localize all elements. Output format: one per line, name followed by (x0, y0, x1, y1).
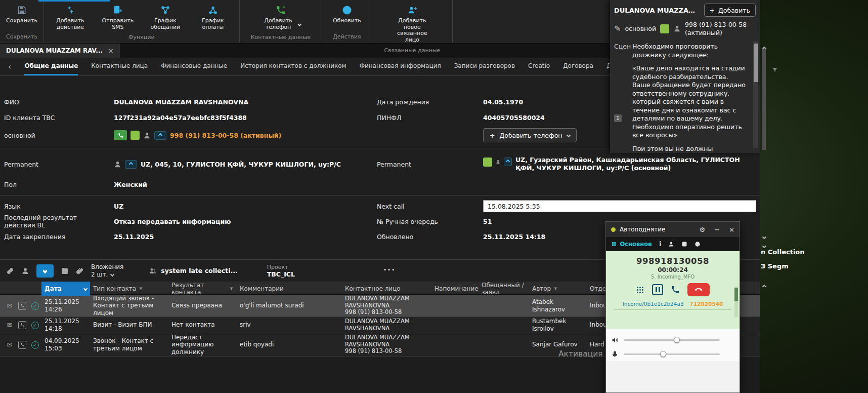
call-pane-scrollbar[interactable] (734, 287, 738, 317)
close-icon[interactable]: × (108, 47, 114, 55)
cell-result[interactable]: Передаст информацию должнику (168, 334, 237, 356)
cell-comment[interactable]: etib qoyadi (237, 341, 342, 348)
address-left-value[interactable]: UZ, 045, 10, ГУЛИСТОН ҚФЙ, ЧУКУР КИШЛОГИ… (141, 161, 341, 168)
cell-date[interactable]: 25.11.2025 14:26 (41, 298, 90, 313)
more-ellipsis[interactable]: ... (383, 263, 396, 272)
tab-contact-persons[interactable]: Контактные лица (91, 58, 148, 75)
gear-icon[interactable]: ⚙ (700, 226, 706, 233)
language-value[interactable]: UZ (114, 203, 377, 210)
add-phone-button[interactable]: Добавить телефон (257, 3, 304, 32)
tab-call-records[interactable]: Записи разговоров (454, 58, 515, 75)
assign-date-value[interactable]: 25.11.2025 (114, 233, 377, 241)
microphone-icon[interactable] (611, 350, 619, 358)
close-icon[interactable]: × (729, 226, 734, 233)
phone-square-icon[interactable] (18, 341, 26, 349)
phone-square-icon[interactable] (18, 321, 26, 329)
send-sms-button[interactable]: Отправить SMS (95, 3, 141, 32)
cell-type[interactable]: Входящий звонок - Контакт с третьим лицо… (90, 295, 168, 317)
next-call-input[interactable] (483, 200, 756, 212)
cell-comment[interactable]: o'g'li malumot suradi (237, 302, 342, 309)
fio-value[interactable]: DULANOVA MUAZZAM RAVSHANOVNA (114, 98, 377, 106)
promises-schedule-button[interactable]: График обещаний (142, 3, 189, 32)
calendar-icon[interactable] (61, 267, 69, 275)
hangup-button[interactable] (687, 283, 710, 296)
column-header-comments[interactable]: Комментарии (237, 282, 342, 296)
tab-main[interactable]: Основное (611, 241, 652, 248)
tab-creatio[interactable]: Creatio (528, 58, 550, 75)
speaker-icon[interactable] (611, 336, 619, 344)
cell-contact[interactable]: DULANOVA MUAZZAM RAVSHANOVNA 998 (91) 81… (342, 295, 431, 316)
scroll-down-arrow[interactable] (763, 231, 766, 241)
add-action-button[interactable]: Добавить действие (47, 3, 94, 32)
column-header-promised[interactable]: Обещанный / заявл (479, 282, 529, 296)
phone-value[interactable]: 998 (91) 813-00-58 (активный) (170, 132, 281, 139)
collapse-chevron-button[interactable] (504, 158, 512, 166)
transfer-phone-icon[interactable] (671, 285, 680, 294)
scroll-up-arrow[interactable] (763, 281, 766, 290)
cell-author[interactable]: Atabek Ishnazarov (529, 298, 587, 313)
tab-contact-history[interactable]: История контактов с должником (240, 58, 346, 75)
panel-add-button[interactable]: +Добавить (704, 4, 756, 17)
card-icon[interactable] (681, 241, 687, 247)
tab-financial-data[interactable]: Финансовые данные (161, 58, 227, 75)
scrollbar-thumb[interactable] (734, 288, 738, 301)
person-icon[interactable] (668, 241, 674, 247)
hold-pause-button[interactable] (652, 284, 663, 295)
cell-author[interactable]: Rustambek Isroilov (529, 318, 587, 332)
status-check-icon[interactable]: ✓ (31, 322, 39, 329)
panel-scrollbar[interactable] (753, 42, 758, 148)
collapse-chevron-button[interactable] (125, 160, 137, 169)
cell-date[interactable]: 25.11.2025 14:18 (41, 318, 90, 332)
column-header-author[interactable]: Автор (529, 282, 587, 296)
gender-value[interactable]: Женский (114, 181, 377, 188)
slider-thumb[interactable] (674, 337, 680, 343)
envelope-icon[interactable]: ✉ (3, 321, 16, 329)
record-tab[interactable]: DULANOVA MUAZZAM RAV... × (0, 44, 120, 58)
back-chevron-icon[interactable]: ‹ (8, 62, 11, 71)
tab-contracts[interactable]: Договора (563, 58, 593, 75)
cell-contact[interactable]: DULANOVA MUAZZAM RAVSHANOVNA 998 (91) 81… (342, 334, 431, 355)
person-icon[interactable] (21, 267, 29, 275)
status-check-icon[interactable]: ✓ (31, 302, 39, 310)
tab-general-data[interactable]: Общие данные (24, 58, 78, 75)
speaker-volume-slider[interactable] (624, 339, 720, 341)
column-header-type[interactable]: Тип контакта (90, 282, 168, 296)
slider-thumb[interactable] (660, 351, 666, 357)
collapse-chevron-button[interactable] (154, 131, 166, 140)
cell-comment[interactable]: sriv (237, 321, 342, 328)
owner-control[interactable]: system late collecti... (149, 267, 237, 275)
add-related-person-button[interactable]: Добавить новое связанное лицо (389, 3, 436, 46)
cell-type[interactable]: Визит - Визит БПИ (90, 321, 168, 328)
client-id-value[interactable]: 127f231a92a04e57a7eebfc83f5f4388 (114, 114, 377, 122)
add-phone-dropdown-button[interactable]: + Добавить телефон (483, 128, 577, 142)
filter-funnel-icon[interactable] (772, 67, 778, 73)
filter-funnel-icon[interactable] (229, 287, 234, 291)
cell-result[interactable]: Связь прервана (168, 302, 237, 309)
column-header-result[interactable]: Результат контакта (168, 282, 237, 296)
minimize-icon[interactable]: − (714, 226, 720, 233)
cell-type[interactable]: Звонок - Контакт с третьим лицом (90, 337, 168, 352)
clock-icon[interactable] (695, 241, 701, 247)
envelope-icon[interactable]: ✉ (3, 341, 16, 348)
column-header-date[interactable]: Дата (41, 282, 90, 296)
address-right-value[interactable]: UZ, Гузарский Район, Кашкадарьинская Обл… (515, 156, 753, 173)
envelope-icon[interactable]: ✉ (3, 302, 16, 309)
call-phone-button[interactable] (114, 130, 127, 140)
expand-panel-button[interactable] (36, 264, 54, 278)
phone-square-icon[interactable] (18, 302, 26, 310)
panel-phone-number[interactable]: 998 (91) 813-00-58 (активный) (685, 21, 747, 36)
dialpad-icon[interactable] (636, 286, 644, 294)
save-button[interactable]: Сохранить (3, 3, 40, 26)
tab-financial-info[interactable]: Финансовая информация (360, 58, 441, 75)
cell-author[interactable]: Sanjar Gafurov (529, 341, 587, 348)
column-header-reminder[interactable]: Напоминание (431, 282, 479, 296)
refresh-button[interactable]: Обновить (330, 3, 364, 26)
status-check-icon[interactable]: ✓ (31, 341, 39, 349)
pencil-icon[interactable]: ✎ (614, 24, 621, 33)
payments-schedule-button[interactable]: График оплаты (190, 3, 236, 32)
call-reference-link[interactable]: Income/0b1e1c2b24a3 (623, 301, 684, 307)
filter-funnel-icon[interactable] (553, 287, 558, 291)
info-icon[interactable]: i (659, 241, 662, 248)
paperclip-icon[interactable] (76, 267, 84, 275)
attachments-control[interactable]: Вложения 2 шт. (91, 263, 123, 279)
